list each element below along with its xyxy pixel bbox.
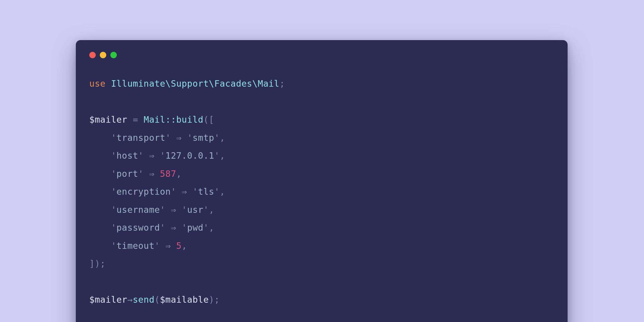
close-array-call: ]); <box>89 258 106 269</box>
fat-arrow: ⇒ <box>171 205 176 215</box>
indent <box>89 205 111 215</box>
indent <box>89 241 111 251</box>
code-window: use Illuminate\Support\Facades\Mail; $ma… <box>76 40 568 322</box>
quote: ' <box>138 150 144 161</box>
val-port: 587 <box>160 169 176 179</box>
fat-arrow: ⇒ <box>165 241 171 251</box>
quote: ' <box>111 169 117 179</box>
quote: ' <box>111 241 117 251</box>
quote: ' <box>160 150 165 161</box>
comma: , <box>220 133 225 143</box>
quote: ' <box>214 150 220 161</box>
key-password: password <box>117 222 160 233</box>
quote: ' <box>111 186 117 197</box>
key-username: username <box>117 205 160 215</box>
quote: ' <box>160 205 165 215</box>
quote: ' <box>160 222 165 233</box>
double-colon: :: <box>165 114 176 125</box>
var-mailer: $mailer <box>89 294 127 305</box>
paren-close: ); <box>209 294 220 305</box>
comma: , <box>176 169 182 179</box>
key-encryption: encryption <box>117 186 171 197</box>
minimize-icon[interactable] <box>100 52 106 58</box>
fat-arrow: ⇒ <box>182 186 187 197</box>
key-transport: transport <box>117 133 165 143</box>
class-mail: Mail <box>144 114 165 125</box>
quote: ' <box>171 186 176 197</box>
quote: ' <box>214 186 220 197</box>
quote: ' <box>193 186 198 197</box>
comma: , <box>209 205 214 215</box>
zoom-icon[interactable] <box>110 52 117 58</box>
indent <box>89 222 111 233</box>
val-encryption: tls <box>198 186 214 197</box>
quote: ' <box>111 133 117 143</box>
keyword-use: use <box>89 78 106 89</box>
fat-arrow: ⇒ <box>149 150 155 161</box>
close-icon[interactable] <box>89 52 96 58</box>
quote: ' <box>203 205 209 215</box>
quote: ' <box>214 133 220 143</box>
quote: ' <box>111 205 117 215</box>
indent <box>89 150 111 161</box>
fat-arrow: ⇒ <box>171 222 176 233</box>
quote: ' <box>111 150 117 161</box>
namespace-path: Illuminate\Support\Facades\Mail <box>111 78 279 89</box>
var-mailable: $mailable <box>160 294 209 305</box>
quote: ' <box>138 169 144 179</box>
val-timeout: 5 <box>176 241 182 251</box>
quote: ' <box>111 222 117 233</box>
quote: ' <box>155 241 160 251</box>
comma: , <box>182 241 187 251</box>
indent <box>89 186 111 197</box>
fat-arrow: ⇒ <box>149 169 155 179</box>
comma: , <box>220 186 225 197</box>
quote: ' <box>165 133 171 143</box>
traffic-lights <box>89 52 554 58</box>
thin-arrow: → <box>127 294 133 305</box>
paren-open: ([ <box>203 114 214 125</box>
code-block: use Illuminate\Support\Facades\Mail; $ma… <box>89 75 554 309</box>
comma: , <box>220 150 225 161</box>
val-username: usr <box>187 205 203 215</box>
quote: ' <box>187 133 193 143</box>
key-host: host <box>117 150 138 161</box>
paren-open: ( <box>155 294 160 305</box>
key-port: port <box>117 169 138 179</box>
indent <box>89 169 111 179</box>
fat-arrow: ⇒ <box>176 133 182 143</box>
semicolon: ; <box>280 78 285 89</box>
comma: , <box>209 222 214 233</box>
fn-send: send <box>133 294 155 305</box>
fn-build: build <box>176 114 203 125</box>
val-host: 127.0.0.1 <box>165 150 214 161</box>
var-mailer: $mailer <box>89 114 127 125</box>
quote: ' <box>182 222 187 233</box>
indent <box>89 133 111 143</box>
assign-op: = <box>133 114 138 125</box>
key-timeout: timeout <box>117 241 155 251</box>
quote: ' <box>203 222 209 233</box>
val-password: pwd <box>187 222 203 233</box>
val-transport: smtp <box>193 133 214 143</box>
quote: ' <box>182 205 187 215</box>
